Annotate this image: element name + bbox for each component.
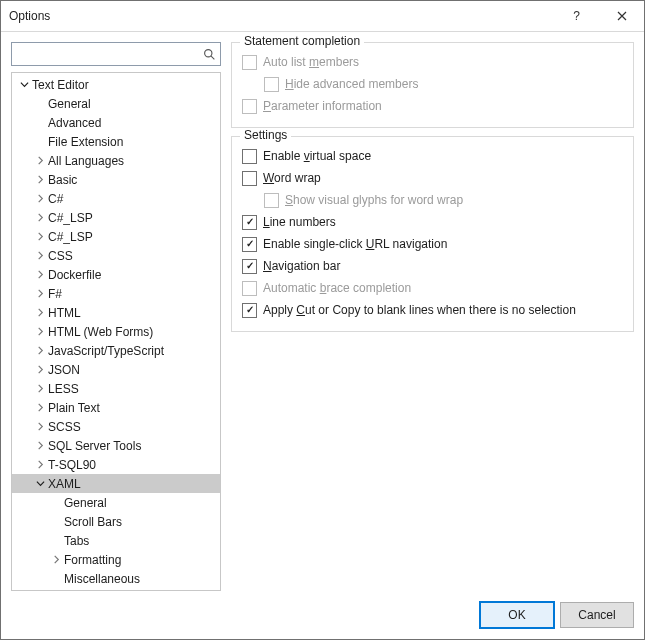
- tree-item-label: Plain Text: [48, 401, 100, 415]
- tree-item[interactable]: Miscellaneous: [12, 569, 220, 588]
- chevron-right-icon[interactable]: [34, 364, 46, 376]
- option-cutcopy[interactable]: Apply Cut or Copy to blank lines when th…: [242, 299, 623, 321]
- chevron-down-icon[interactable]: [34, 478, 46, 490]
- option-virtual[interactable]: Enable virtual space: [242, 145, 623, 167]
- chevron-down-icon[interactable]: [18, 79, 30, 91]
- chevron-right-icon[interactable]: [34, 345, 46, 357]
- tree-item[interactable]: C#: [12, 189, 220, 208]
- content-area: Text EditorGeneralAdvancedFile Extension…: [1, 32, 644, 591]
- chevron-right-icon[interactable]: [34, 155, 46, 167]
- chevron-right-icon[interactable]: [34, 174, 46, 186]
- group-legend: Statement completion: [240, 34, 364, 48]
- chevron-right-icon[interactable]: [34, 212, 46, 224]
- chevron-right-icon[interactable]: [34, 250, 46, 262]
- group-statement-completion: Statement completion Auto list membersHi…: [231, 42, 634, 128]
- tree-item-label: Dockerfile: [48, 268, 101, 282]
- tree-item-label: SQL Server Tools: [48, 439, 141, 453]
- help-button[interactable]: ?: [554, 1, 599, 31]
- option-glyphs: Show visual glyphs for word wrap: [242, 189, 623, 211]
- tree-item[interactable]: LESS: [12, 379, 220, 398]
- tree-item[interactable]: HTML (Web Forms): [12, 322, 220, 341]
- option-label: Line numbers: [263, 215, 336, 229]
- chevron-right-icon[interactable]: [34, 307, 46, 319]
- tree-item[interactable]: Advanced: [12, 113, 220, 132]
- tree-item[interactable]: C#_LSP: [12, 208, 220, 227]
- tree-item[interactable]: F#: [12, 284, 220, 303]
- tree-item-label: C#_LSP: [48, 230, 93, 244]
- tree-spacer: [50, 516, 62, 528]
- chevron-right-icon[interactable]: [34, 459, 46, 471]
- tree-item[interactable]: General: [12, 493, 220, 512]
- tree-item[interactable]: HTML: [12, 303, 220, 322]
- tree-item[interactable]: General: [12, 94, 220, 113]
- checkbox: [242, 99, 257, 114]
- group-settings: Settings Enable virtual spaceWord wrapSh…: [231, 136, 634, 332]
- dialog-footer: OK Cancel: [1, 591, 644, 639]
- chevron-right-icon[interactable]: [34, 402, 46, 414]
- right-panel: Statement completion Auto list membersHi…: [231, 42, 634, 591]
- option-navbar[interactable]: Navigation bar: [242, 255, 623, 277]
- titlebar: Options ?: [1, 1, 644, 32]
- tree-item[interactable]: T-SQL90: [12, 455, 220, 474]
- tree-item-label: Tabs: [64, 534, 89, 548]
- search-input[interactable]: [16, 44, 203, 64]
- option-url[interactable]: Enable single-click URL navigation: [242, 233, 623, 255]
- option-param_info: Parameter information: [242, 95, 623, 117]
- chevron-right-icon[interactable]: [34, 383, 46, 395]
- option-label: Enable virtual space: [263, 149, 371, 163]
- chevron-right-icon[interactable]: [50, 554, 62, 566]
- checkbox[interactable]: [242, 215, 257, 230]
- option-lines[interactable]: Line numbers: [242, 211, 623, 233]
- tree-item[interactable]: Plain Text: [12, 398, 220, 417]
- option-label: Enable single-click URL navigation: [263, 237, 447, 251]
- chevron-right-icon[interactable]: [34, 231, 46, 243]
- option-label: Apply Cut or Copy to blank lines when th…: [263, 303, 576, 317]
- tree-item[interactable]: XAML: [12, 474, 220, 493]
- group-legend: Settings: [240, 128, 291, 142]
- chevron-right-icon[interactable]: [34, 269, 46, 281]
- option-label: Hide advanced members: [285, 77, 418, 91]
- svg-point-0: [205, 49, 212, 56]
- checkbox[interactable]: [242, 171, 257, 186]
- tree-item[interactable]: CSS: [12, 246, 220, 265]
- tree-item[interactable]: SQL Server Tools: [12, 436, 220, 455]
- tree-item[interactable]: Formatting: [12, 550, 220, 569]
- checkbox[interactable]: [242, 149, 257, 164]
- checkbox: [264, 77, 279, 92]
- tree-item[interactable]: All Languages: [12, 151, 220, 170]
- tree-item[interactable]: Scroll Bars: [12, 512, 220, 531]
- tree-item[interactable]: XML: [12, 588, 220, 590]
- option-wrap[interactable]: Word wrap: [242, 167, 623, 189]
- chevron-right-icon[interactable]: [34, 326, 46, 338]
- close-button[interactable]: [599, 1, 644, 31]
- cancel-button[interactable]: Cancel: [560, 602, 634, 628]
- checkbox[interactable]: [242, 237, 257, 252]
- checkbox: [242, 281, 257, 296]
- tree-item[interactable]: JSON: [12, 360, 220, 379]
- chevron-right-icon[interactable]: [34, 288, 46, 300]
- tree-item-label: Basic: [48, 173, 77, 187]
- window-title: Options: [9, 9, 554, 23]
- chevron-right-icon[interactable]: [34, 421, 46, 433]
- ok-button[interactable]: OK: [480, 602, 554, 628]
- tree-item[interactable]: File Extension: [12, 132, 220, 151]
- search-box[interactable]: [11, 42, 221, 66]
- tree-item[interactable]: SCSS: [12, 417, 220, 436]
- tree-item[interactable]: C#_LSP: [12, 227, 220, 246]
- tree-item[interactable]: Tabs: [12, 531, 220, 550]
- tree-item-label: LESS: [48, 382, 79, 396]
- tree-spacer: [34, 136, 46, 148]
- tree-item[interactable]: JavaScript/TypeScript: [12, 341, 220, 360]
- category-tree: Text EditorGeneralAdvancedFile Extension…: [11, 72, 221, 591]
- checkbox[interactable]: [242, 303, 257, 318]
- checkbox[interactable]: [242, 259, 257, 274]
- tree-item[interactable]: Basic: [12, 170, 220, 189]
- tree-scroll[interactable]: Text EditorGeneralAdvancedFile Extension…: [12, 73, 220, 590]
- tree-item[interactable]: Text Editor: [12, 75, 220, 94]
- chevron-right-icon[interactable]: [34, 193, 46, 205]
- chevron-right-icon[interactable]: [34, 440, 46, 452]
- tree-spacer: [50, 535, 62, 547]
- option-hide: Hide advanced members: [242, 73, 623, 95]
- tree-item[interactable]: Dockerfile: [12, 265, 220, 284]
- option-label: Show visual glyphs for word wrap: [285, 193, 463, 207]
